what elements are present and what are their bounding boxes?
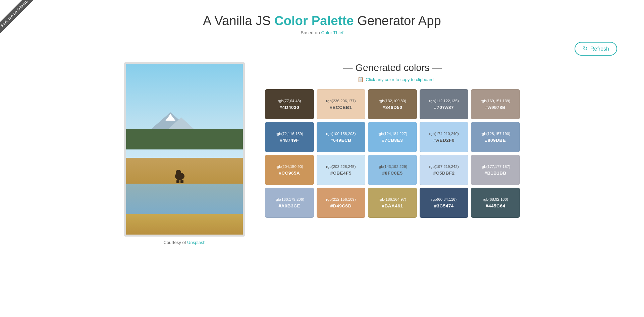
- color-cell[interactable]: rgb(177,177,187)#B1B1BB: [471, 155, 520, 185]
- main-content: Courtesy of Unsplash — Generated colors …: [0, 59, 644, 258]
- color-cell[interactable]: rgb(100,158,203)#649ECB: [317, 122, 366, 152]
- color-cell[interactable]: rgb(203,228,245)#CBE4F5: [317, 155, 366, 185]
- clipboard-icon: 📋: [358, 77, 364, 82]
- refresh-area: ↻ Refresh: [0, 39, 644, 59]
- color-cell[interactable]: rgb(128,157,190)#809DBE: [471, 122, 520, 152]
- color-cell[interactable]: rgb(60,84,116)#3C5474: [420, 188, 469, 218]
- clipboard-hint: — 📋 Click any color to copy to clipboard: [265, 77, 520, 82]
- github-ribbon[interactable]: Fork me on GitHub: [0, 0, 35, 34]
- github-ribbon-wrap: Fork me on GitHub: [0, 0, 40, 40]
- color-hex-value: #ECCEB1: [330, 105, 352, 110]
- color-rgb-value: rgb(124,184,227): [378, 131, 407, 136]
- color-hex-value: #CBE4F5: [330, 171, 352, 176]
- color-cell[interactable]: rgb(169,151,139)#A9978B: [471, 89, 520, 119]
- colors-heading: — Generated colors —: [265, 62, 520, 73]
- color-rgb-value: rgb(169,151,139): [481, 99, 510, 104]
- color-hex-value: #846D50: [383, 105, 402, 110]
- color-rgb-value: rgb(112,122,135): [429, 99, 459, 104]
- color-hex-value: #B1B1BB: [484, 171, 506, 176]
- color-cell[interactable]: rgb(68,92,100)#445C64: [471, 188, 520, 218]
- color-thief-link[interactable]: Color Thief: [321, 30, 343, 35]
- color-hex-value: #7CB8E3: [382, 138, 403, 143]
- color-hex-value: #649ECB: [330, 138, 351, 143]
- bison-leg: [182, 180, 183, 183]
- image-caption: Courtesy of Unsplash: [124, 240, 245, 245]
- color-cell[interactable]: rgb(197,219,242)#C5DBF2: [420, 155, 469, 185]
- bison-leg: [176, 180, 178, 183]
- color-rgb-value: rgb(204,150,90): [276, 164, 303, 169]
- color-hex-value: #4D4030: [279, 105, 299, 110]
- color-cell[interactable]: rgb(132,109,80)#846D50: [368, 89, 417, 119]
- color-cell[interactable]: rgb(112,122,135)#707A87: [420, 89, 469, 119]
- color-cell[interactable]: rgb(186,164,97)#BAA461: [368, 188, 417, 218]
- refresh-button[interactable]: ↻ Refresh: [575, 42, 617, 56]
- color-rgb-value: rgb(143,192,229): [378, 164, 407, 169]
- grass-foreground: [126, 214, 243, 235]
- color-hex-value: #809DBE: [485, 138, 506, 143]
- color-grid: rgb(77,64,48)#4D4030rgb(236,206,177)#ECC…: [265, 89, 520, 218]
- color-rgb-value: rgb(197,219,242): [429, 164, 459, 169]
- color-cell[interactable]: rgb(72,116,159)#48749F: [265, 122, 314, 152]
- color-rgb-value: rgb(177,177,187): [481, 164, 510, 169]
- refresh-label: Refresh: [590, 46, 609, 52]
- refresh-icon: ↻: [583, 45, 588, 52]
- color-hex-value: #CC965A: [279, 171, 300, 176]
- bison-leg: [180, 180, 182, 183]
- color-rgb-value: rgb(100,158,203): [326, 131, 356, 136]
- photo-frame: [124, 62, 245, 237]
- color-rgb-value: rgb(68,92,100): [483, 197, 508, 202]
- color-cell[interactable]: rgb(204,150,90)#CC965A: [265, 155, 314, 185]
- color-hex-value: #8FC0E5: [382, 171, 403, 176]
- clipboard-hint-link[interactable]: Click any color to copy to clipboard: [366, 77, 434, 82]
- color-cell[interactable]: rgb(236,206,177)#ECCEB1: [317, 89, 366, 119]
- colors-section: — Generated colors — — 📋 Click any color…: [265, 62, 520, 218]
- color-rgb-value: rgb(77,64,48): [278, 99, 301, 104]
- page-title: A Vanilla JS Color Palette Generator App: [7, 13, 637, 28]
- unsplash-link[interactable]: Unsplash: [187, 240, 206, 245]
- color-hex-value: #707A87: [434, 105, 454, 110]
- landscape-scene: [126, 64, 243, 235]
- color-hex-value: #C5DBF2: [433, 171, 455, 176]
- water: [126, 184, 243, 218]
- color-rgb-value: rgb(236,206,177): [326, 99, 356, 104]
- color-cell[interactable]: rgb(124,184,227)#7CB8E3: [368, 122, 417, 152]
- color-rgb-value: rgb(132,109,80): [379, 99, 406, 104]
- color-cell[interactable]: rgb(174,210,240)#AED2F0: [420, 122, 469, 152]
- color-hex-value: #AED2F0: [433, 138, 454, 143]
- treeline: [126, 129, 243, 149]
- color-rgb-value: rgb(72,116,159): [276, 131, 303, 136]
- color-cell[interactable]: rgb(77,64,48)#4D4030: [265, 89, 314, 119]
- color-rgb-value: rgb(186,164,97): [379, 197, 406, 202]
- subtitle: Based on Color Thief: [7, 30, 637, 35]
- color-rgb-value: rgb(128,157,190): [481, 131, 510, 136]
- color-rgb-value: rgb(160,179,206): [275, 197, 304, 202]
- color-cell[interactable]: rgb(143,192,229)#8FC0E5: [368, 155, 417, 185]
- color-rgb-value: rgb(60,84,116): [431, 197, 457, 202]
- color-cell[interactable]: rgb(212,156,109)#D49C6D: [317, 188, 366, 218]
- color-cell[interactable]: rgb(160,179,206)#A0B3CE: [265, 188, 314, 218]
- color-hex-value: #48749F: [280, 138, 299, 143]
- color-hex-value: #3C5474: [434, 203, 454, 208]
- color-rgb-value: rgb(212,156,109): [326, 197, 356, 202]
- bison-leg: [178, 180, 179, 183]
- color-hex-value: #A0B3CE: [278, 203, 300, 208]
- color-rgb-value: rgb(203,228,245): [326, 164, 356, 169]
- page-header: A Vanilla JS Color Palette Generator App…: [0, 0, 644, 39]
- color-hex-value: #BAA461: [382, 203, 403, 208]
- color-hex-value: #A9978B: [485, 105, 506, 110]
- image-section: Courtesy of Unsplash: [124, 62, 245, 245]
- color-hex-value: #445C64: [486, 203, 505, 208]
- color-rgb-value: rgb(174,210,240): [429, 131, 459, 136]
- color-hex-value: #D49C6D: [330, 203, 352, 208]
